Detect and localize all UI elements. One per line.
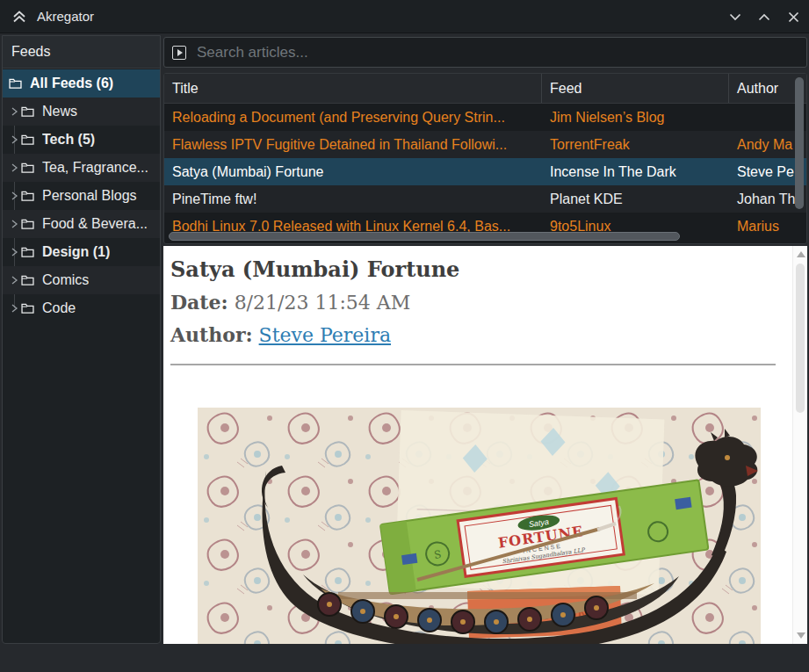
article-list-body: Reloading a Document (and Preserving Que… bbox=[164, 104, 806, 240]
cell-title: Reloading a Document (and Preserving Que… bbox=[164, 110, 542, 126]
feed-tree: All Feeds (6) News Tech (5) Tea, Fragran… bbox=[3, 69, 160, 643]
chevron-right-icon[interactable] bbox=[10, 163, 18, 173]
feed-label: All Feeds (6) bbox=[30, 76, 113, 91]
folder-icon bbox=[21, 106, 34, 117]
feeds-panel: Feeds All Feeds (6) News Tech (5) Tea, F… bbox=[2, 35, 161, 644]
article-date-line: Date: 8/21/23 11:54 AM bbox=[170, 290, 781, 315]
feed-label: Tea, Fragrance... bbox=[42, 160, 148, 176]
folder-icon bbox=[21, 275, 34, 285]
cell-author: Marius bbox=[729, 219, 806, 235]
feed-tree-item[interactable]: Tea, Fragrance... bbox=[3, 154, 160, 182]
window-title: Akregator bbox=[37, 9, 94, 24]
article-author-link[interactable]: Steve Pereira bbox=[259, 324, 391, 346]
chevron-right-icon[interactable] bbox=[10, 247, 18, 257]
app-window: { "window": { "title": "Akregator" }, "s… bbox=[0, 0, 809, 672]
chevron-right-icon[interactable] bbox=[10, 191, 18, 201]
titlebar: Akregator bbox=[0, 0, 809, 33]
window-bottom-strip bbox=[0, 644, 809, 672]
folder-icon bbox=[21, 247, 34, 257]
feed-label: Tech (5) bbox=[42, 132, 95, 148]
app-icon bbox=[11, 9, 27, 25]
folder-icon bbox=[21, 191, 34, 201]
cell-title: Flawless IPTV Fugitive Detained in Thail… bbox=[164, 137, 542, 153]
feed-tree-item[interactable]: Code bbox=[3, 294, 160, 322]
feed-tree-item[interactable]: Comics bbox=[3, 266, 160, 294]
feed-label: Code bbox=[42, 300, 76, 316]
article-viewer: Satya (Mumbai) Fortune Date: 8/21/23 11:… bbox=[163, 246, 807, 644]
article-row[interactable]: Flawless IPTV Fugitive Detained in Thail… bbox=[164, 131, 806, 158]
search-bar bbox=[163, 37, 807, 68]
cell-title: Satya (Mumbai) Fortune bbox=[164, 164, 542, 180]
feed-tree-item[interactable]: News bbox=[3, 98, 160, 126]
maximize-button[interactable] bbox=[757, 10, 771, 24]
feed-tree-item[interactable]: Tech (5) bbox=[3, 126, 160, 154]
search-input[interactable] bbox=[197, 44, 798, 61]
divider bbox=[170, 364, 776, 365]
feed-tree-item[interactable]: Personal Blogs bbox=[3, 182, 160, 210]
chevron-right-icon[interactable] bbox=[10, 219, 18, 229]
article-date: 8/21/23 11:54 AM bbox=[235, 292, 411, 314]
article-row[interactable]: PineTime ftw! Planet KDE Johan Th bbox=[164, 185, 806, 213]
double-chevron-up-icon bbox=[11, 9, 27, 25]
chevron-up-icon bbox=[758, 13, 770, 21]
article-date-label: Date: bbox=[170, 291, 228, 314]
horizontal-scrollbar-thumb[interactable] bbox=[169, 232, 680, 241]
folder-icon bbox=[21, 134, 34, 145]
close-button[interactable] bbox=[786, 10, 800, 24]
article-row[interactable]: Reloading a Document (and Preserving Que… bbox=[164, 104, 806, 131]
article-list: Title Feed Author Reloading a Document (… bbox=[163, 73, 807, 244]
viewer-scrollbar[interactable] bbox=[792, 246, 807, 644]
article-author-line: Author: Steve Pereira bbox=[170, 322, 781, 348]
cell-feed: Incense In The Dark bbox=[542, 164, 729, 180]
close-icon bbox=[788, 11, 799, 23]
cell-feed: Planet KDE bbox=[542, 191, 729, 207]
filter-icon[interactable] bbox=[172, 46, 186, 60]
folder-icon bbox=[21, 163, 34, 173]
folder-icon bbox=[9, 78, 22, 89]
scroll-up-arrow-icon[interactable] bbox=[797, 251, 805, 257]
feed-label: News bbox=[42, 104, 77, 119]
column-header-feed[interactable]: Feed bbox=[542, 74, 729, 103]
cell-feed: Jim Nielsen’s Blog bbox=[542, 110, 729, 126]
feed-tree-item-all-feeds[interactable]: All Feeds (6) bbox=[3, 69, 160, 98]
feed-label: Food & Bevera... bbox=[42, 216, 148, 232]
feed-tree-item[interactable]: Design (1) bbox=[3, 238, 160, 266]
chevron-right-icon[interactable] bbox=[10, 275, 18, 285]
cell-title: PineTime ftw! bbox=[164, 191, 542, 207]
feed-label: Design (1) bbox=[42, 244, 110, 260]
feed-label: Personal Blogs bbox=[42, 188, 137, 204]
vertical-scrollbar-thumb[interactable] bbox=[795, 77, 804, 209]
cell-feed: TorrentFreak bbox=[542, 137, 729, 153]
feed-label: Comics bbox=[42, 272, 89, 288]
minimize-button[interactable] bbox=[728, 10, 742, 24]
article-author-label: Author: bbox=[170, 323, 253, 346]
article-list-header: Title Feed Author bbox=[164, 74, 806, 104]
chevron-down-icon bbox=[729, 13, 741, 21]
folder-icon bbox=[21, 219, 34, 229]
folder-icon bbox=[21, 303, 34, 314]
chevron-right-icon[interactable] bbox=[10, 134, 18, 145]
viewer-scrollbar-thumb[interactable] bbox=[796, 264, 805, 413]
feed-tree-item[interactable]: Food & Bevera... bbox=[3, 210, 160, 238]
article-title: Satya (Mumbai) Fortune bbox=[170, 257, 781, 283]
column-header-title[interactable]: Title bbox=[164, 74, 542, 103]
article-image: S Satya FORTUNE INCENSE Shrinivas Sugand… bbox=[198, 408, 761, 644]
chevron-right-icon[interactable] bbox=[10, 303, 18, 314]
feed-tree-children: News Tech (5) Tea, Fragrance... Personal… bbox=[3, 98, 160, 322]
chevron-right-icon[interactable] bbox=[10, 106, 18, 117]
scroll-down-arrow-icon[interactable] bbox=[797, 632, 805, 639]
article-row[interactable]: Satya (Mumbai) Fortune Incense In The Da… bbox=[164, 158, 806, 185]
feeds-panel-title: Feeds bbox=[3, 36, 160, 69]
